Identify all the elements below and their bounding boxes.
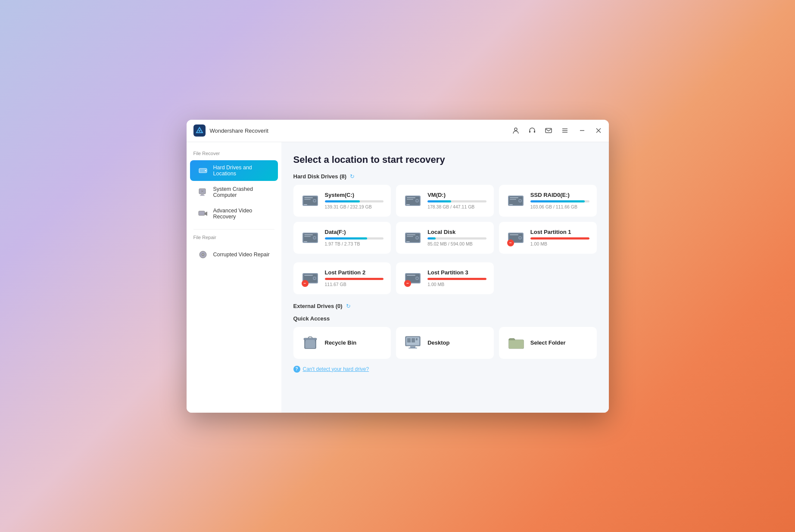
svg-rect-16 [200,195,205,196]
svg-marker-20 [205,212,207,216]
svg-point-68 [314,277,315,279]
svg-point-73 [416,277,418,279]
drive-bar-fill-lost-1 [530,237,589,240]
drive-bar-track-data-f [325,237,384,240]
svg-point-1 [514,128,517,131]
hard-disk-drives-label: Hard Disk Drives (8) [293,173,347,180]
drive-bar-track-local-disk [427,237,486,240]
file-repair-label: File Repair [187,235,281,243]
svg-rect-15 [201,194,204,195]
drive-name-lost-1: Lost Partition 1 [530,229,589,235]
desktop-label: Desktop [427,339,449,346]
hard-disk-refresh-icon[interactable]: ↻ [350,173,355,180]
svg-point-29 [314,200,315,202]
svg-rect-66 [304,275,313,276]
quick-card-select-folder[interactable]: Select Folder [499,327,597,359]
drive-info-data-f: Data(F:) 1.97 TB / 2.73 TB [325,229,384,246]
cant-detect-text: Can't detect your hard drive? [303,366,369,372]
quick-access-grid: Recycle Bin [293,327,597,359]
drive-size-local-disk: 85.02 MB / 594.00 MB [427,241,486,246]
drive-bar-fill-lost-2 [325,278,384,280]
drive-name-lost-2: Lost Partition 2 [325,269,384,276]
svg-rect-40 [510,197,518,198]
titlebar-icons [511,126,602,135]
lost-badge-3: − [404,280,411,287]
drive-bar-track-vm-d [427,200,486,202]
sidebar-item-corrupted-video[interactable]: Corrupted Video Repair [190,244,278,265]
recycle-bin-label: Recycle Bin [325,339,357,346]
sidebar-item-system-crashed[interactable]: System Crashed Computer [190,182,278,202]
drive-icon-lost-3: − [403,269,422,288]
drive-size-system-c: 139.31 GB / 232.19 GB [325,204,384,209]
drive-size-ssd-e: 103.06 GB / 111.66 GB [530,204,589,209]
drives-grid-2: − Lost Partition 2 111.67 GB [293,262,597,294]
minimize-button[interactable] [579,127,586,134]
drive-name-vm-d: VM(D:) [427,192,486,198]
drive-bar-fill-vm-d [427,200,451,202]
hard-disk-section-header: Hard Disk Drives (8) ↻ [293,173,597,180]
headset-icon[interactable] [528,126,536,135]
sidebar-item-corrupted-video-label: Corrupted Video Repair [213,252,270,258]
drive-bar-track-system-c [325,200,384,202]
lost-badge-1: − [507,240,514,246]
external-drives-label: External Drives (0) [293,303,343,309]
drive-name-ssd-e: SSD RAID0(E:) [530,192,589,198]
menu-icon[interactable] [561,126,569,135]
svg-rect-2 [529,131,530,133]
drive-icon-data-f [301,228,320,247]
drive-card-data-f[interactable]: Data(F:) 1.97 TB / 2.73 TB [293,222,391,254]
quick-card-recycle-bin[interactable]: Recycle Bin [293,327,391,359]
quick-access-section-header: Quick Access [293,315,597,322]
drive-card-system-c[interactable]: System(C:) 139.31 GB / 232.19 GB [293,185,391,217]
drive-name-data-f: Data(F:) [325,229,384,235]
drive-card-local-disk[interactable]: Local Disk 85.02 MB / 594.00 MB [396,222,494,254]
drive-name-local-disk: Local Disk [427,229,486,235]
drive-bar-track-ssd-e [530,200,589,202]
mail-icon[interactable] [544,126,553,135]
drive-icon-vm-d [403,191,422,210]
svg-rect-88 [416,338,418,340]
svg-rect-19 [199,211,205,215]
drive-card-lost-3[interactable]: − Lost Partition 3 1.00 MB [396,262,494,294]
svg-rect-55 [407,236,413,237]
drives-grid: System(C:) 139.31 GB / 232.19 GB [293,185,597,254]
drive-size-vm-d: 178.38 GB / 447.11 GB [427,204,486,209]
svg-rect-51 [304,241,307,242]
svg-rect-48 [304,236,311,237]
drive-icon-lost-1: − [506,228,525,247]
quick-access-label: Quick Access [293,315,330,322]
svg-point-23 [203,254,203,255]
corrupted-video-icon [197,249,209,261]
drive-info-lost-3: Lost Partition 3 1.00 MB [427,269,486,287]
external-drives-refresh-icon[interactable]: ↻ [346,303,351,309]
drive-size-lost-2: 111.67 GB [325,282,384,287]
drive-bar-track-lost-2 [325,278,384,280]
drive-icon-system-c [301,191,320,210]
svg-rect-37 [406,204,410,205]
drive-card-vm-d[interactable]: VM(D:) 178.38 GB / 447.11 GB [396,185,494,217]
svg-rect-27 [304,199,311,200]
drive-info-local-disk: Local Disk 85.02 MB / 594.00 MB [427,229,486,246]
file-recover-label: File Recover [187,151,281,159]
user-icon[interactable] [511,126,520,135]
svg-point-50 [314,237,315,239]
sidebar-divider [193,229,274,230]
drive-card-lost-2[interactable]: − Lost Partition 2 111.67 GB [293,262,391,294]
drive-bar-fill-lost-3 [427,278,486,280]
sidebar-item-hard-drives-label: Hard Drives and Locations [213,165,271,177]
close-button[interactable] [595,127,602,134]
sidebar-item-hard-drives[interactable]: Hard Drives and Locations [190,160,278,181]
page-title: Select a location to start recovery [293,154,597,165]
app-logo [193,124,206,137]
quick-card-desktop[interactable]: Desktop [396,327,494,359]
drive-name-system-c: System(C:) [325,192,384,198]
drive-card-ssd-e[interactable]: SSD RAID0(E:) 103.06 GB / 111.66 GB [499,185,597,217]
drive-info-lost-2: Lost Partition 2 111.67 GB [325,269,384,287]
svg-rect-4 [546,128,552,133]
svg-rect-84 [410,346,415,348]
sidebar-item-advanced-video[interactable]: Advanced Video Recovery [190,203,278,224]
drive-info-ssd-e: SSD RAID0(E:) 103.06 GB / 111.66 GB [530,192,589,209]
drive-card-lost-1[interactable]: − Lost Partition 1 1.00 MB [499,222,597,254]
cant-detect-link[interactable]: ? Can't detect your hard drive? [293,366,597,373]
svg-point-43 [519,200,521,202]
